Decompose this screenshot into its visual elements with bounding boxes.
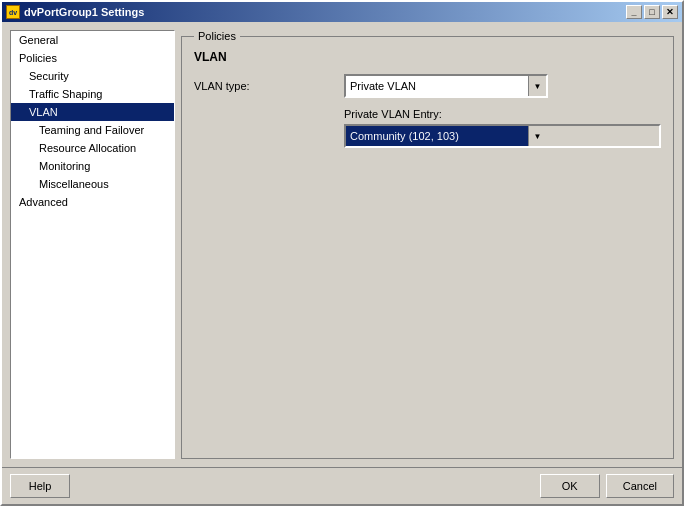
section-title: VLAN: [194, 50, 661, 64]
private-vlan-entry-section: Private VLAN Entry: Community (102, 103)…: [194, 108, 661, 148]
sidebar-item-security[interactable]: Security: [11, 67, 174, 85]
sidebar-item-traffic-shaping[interactable]: Traffic Shaping: [11, 85, 174, 103]
sidebar-item-general[interactable]: General: [11, 31, 174, 49]
title-bar-left: dv dvPortGroup1 Settings: [6, 5, 144, 19]
sidebar-item-resource-allocation[interactable]: Resource Allocation: [11, 139, 174, 157]
vlan-type-dropdown-button[interactable]: ▼: [528, 76, 546, 96]
maximize-button[interactable]: □: [644, 5, 660, 19]
cancel-button[interactable]: Cancel: [606, 474, 674, 498]
group-legend: Policies: [194, 30, 240, 42]
pvlan-entry-dropdown-button[interactable]: ▼: [528, 126, 546, 146]
close-button[interactable]: ✕: [662, 5, 678, 19]
sidebar-item-miscellaneous[interactable]: Miscellaneous: [11, 175, 174, 193]
minimize-button[interactable]: _: [626, 5, 642, 19]
sidebar-item-teaming-failover[interactable]: Teaming and Failover: [11, 121, 174, 139]
bottom-right-buttons: OK Cancel: [540, 474, 674, 498]
pvlan-entry-value: Community (102, 103): [346, 126, 528, 146]
sidebar-item-monitoring[interactable]: Monitoring: [11, 157, 174, 175]
sidebar-item-vlan[interactable]: VLAN: [11, 103, 174, 121]
vlan-type-select[interactable]: Private VLAN ▼: [344, 74, 548, 98]
main-window: dv dvPortGroup1 Settings _ □ ✕ General P…: [0, 0, 684, 506]
private-vlan-entry-label: Private VLAN Entry:: [344, 108, 661, 120]
vlan-type-chevron-icon: ▼: [534, 82, 542, 91]
bottom-bar: Help OK Cancel: [2, 467, 682, 504]
policies-group: Policies VLAN VLAN type: Private VLAN ▼ …: [181, 30, 674, 459]
main-panel: Policies VLAN VLAN type: Private VLAN ▼ …: [181, 30, 674, 459]
window-icon: dv: [6, 5, 20, 19]
help-button[interactable]: Help: [10, 474, 70, 498]
content-area: General Policies Security Traffic Shapin…: [2, 22, 682, 467]
title-bar: dv dvPortGroup1 Settings _ □ ✕: [2, 2, 682, 22]
ok-button[interactable]: OK: [540, 474, 600, 498]
vlan-type-value: Private VLAN: [346, 76, 528, 96]
pvlan-chevron-icon: ▼: [534, 132, 542, 141]
sidebar-item-policies[interactable]: Policies: [11, 49, 174, 67]
vlan-type-label: VLAN type:: [194, 80, 344, 92]
vlan-type-row: VLAN type: Private VLAN ▼: [194, 74, 661, 98]
pvlan-entry-select[interactable]: Community (102, 103) ▼: [344, 124, 661, 148]
title-buttons: _ □ ✕: [626, 5, 678, 19]
sidebar-item-advanced[interactable]: Advanced: [11, 193, 174, 211]
window-title: dvPortGroup1 Settings: [24, 6, 144, 18]
sidebar: General Policies Security Traffic Shapin…: [10, 30, 175, 459]
